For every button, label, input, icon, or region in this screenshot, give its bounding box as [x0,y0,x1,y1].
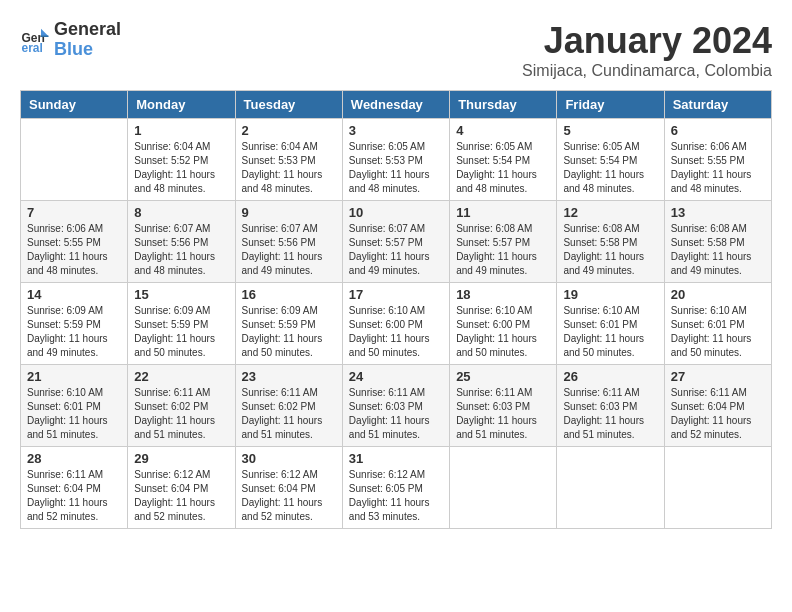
day-info: Sunrise: 6:04 AM Sunset: 5:53 PM Dayligh… [242,140,336,196]
calendar-cell: 18Sunrise: 6:10 AM Sunset: 6:00 PM Dayli… [450,283,557,365]
day-number: 29 [134,451,228,466]
calendar-cell [664,447,771,529]
calendar-cell: 16Sunrise: 6:09 AM Sunset: 5:59 PM Dayli… [235,283,342,365]
calendar-cell: 10Sunrise: 6:07 AM Sunset: 5:57 PM Dayli… [342,201,449,283]
day-info: Sunrise: 6:11 AM Sunset: 6:03 PM Dayligh… [456,386,550,442]
calendar-cell: 26Sunrise: 6:11 AM Sunset: 6:03 PM Dayli… [557,365,664,447]
day-number: 12 [563,205,657,220]
day-info: Sunrise: 6:11 AM Sunset: 6:03 PM Dayligh… [563,386,657,442]
day-number: 25 [456,369,550,384]
column-header-monday: Monday [128,91,235,119]
calendar-cell: 9Sunrise: 6:07 AM Sunset: 5:56 PM Daylig… [235,201,342,283]
day-number: 13 [671,205,765,220]
day-info: Sunrise: 6:05 AM Sunset: 5:53 PM Dayligh… [349,140,443,196]
day-number: 18 [456,287,550,302]
day-number: 19 [563,287,657,302]
day-number: 15 [134,287,228,302]
calendar-cell: 6Sunrise: 6:06 AM Sunset: 5:55 PM Daylig… [664,119,771,201]
day-info: Sunrise: 6:05 AM Sunset: 5:54 PM Dayligh… [563,140,657,196]
calendar-cell: 15Sunrise: 6:09 AM Sunset: 5:59 PM Dayli… [128,283,235,365]
logo-text-blue: Blue [54,40,121,60]
column-header-thursday: Thursday [450,91,557,119]
calendar-cell: 28Sunrise: 6:11 AM Sunset: 6:04 PM Dayli… [21,447,128,529]
day-info: Sunrise: 6:09 AM Sunset: 5:59 PM Dayligh… [134,304,228,360]
week-row-5: 28Sunrise: 6:11 AM Sunset: 6:04 PM Dayli… [21,447,772,529]
svg-text:eral: eral [22,41,43,55]
calendar-cell: 22Sunrise: 6:11 AM Sunset: 6:02 PM Dayli… [128,365,235,447]
day-number: 24 [349,369,443,384]
day-number: 21 [27,369,121,384]
calendar-cell: 24Sunrise: 6:11 AM Sunset: 6:03 PM Dayli… [342,365,449,447]
week-row-4: 21Sunrise: 6:10 AM Sunset: 6:01 PM Dayli… [21,365,772,447]
calendar-cell: 23Sunrise: 6:11 AM Sunset: 6:02 PM Dayli… [235,365,342,447]
title-section: January 2024 Simijaca, Cundinamarca, Col… [522,20,772,80]
day-number: 6 [671,123,765,138]
day-number: 16 [242,287,336,302]
logo-text-general: General [54,20,121,40]
logo-icon: Gen eral [20,25,50,55]
day-info: Sunrise: 6:10 AM Sunset: 6:01 PM Dayligh… [671,304,765,360]
day-number: 7 [27,205,121,220]
day-number: 20 [671,287,765,302]
day-info: Sunrise: 6:08 AM Sunset: 5:57 PM Dayligh… [456,222,550,278]
calendar-cell: 8Sunrise: 6:07 AM Sunset: 5:56 PM Daylig… [128,201,235,283]
day-number: 27 [671,369,765,384]
day-number: 17 [349,287,443,302]
calendar-cell [557,447,664,529]
day-info: Sunrise: 6:04 AM Sunset: 5:52 PM Dayligh… [134,140,228,196]
day-number: 23 [242,369,336,384]
page-header: Gen eral General Blue January 2024 Simij… [20,20,772,80]
calendar-cell: 1Sunrise: 6:04 AM Sunset: 5:52 PM Daylig… [128,119,235,201]
calendar-cell: 27Sunrise: 6:11 AM Sunset: 6:04 PM Dayli… [664,365,771,447]
day-number: 9 [242,205,336,220]
calendar-cell: 4Sunrise: 6:05 AM Sunset: 5:54 PM Daylig… [450,119,557,201]
day-number: 30 [242,451,336,466]
column-header-wednesday: Wednesday [342,91,449,119]
calendar-cell: 14Sunrise: 6:09 AM Sunset: 5:59 PM Dayli… [21,283,128,365]
calendar-cell: 17Sunrise: 6:10 AM Sunset: 6:00 PM Dayli… [342,283,449,365]
calendar-cell: 2Sunrise: 6:04 AM Sunset: 5:53 PM Daylig… [235,119,342,201]
day-number: 28 [27,451,121,466]
calendar-subtitle: Simijaca, Cundinamarca, Colombia [522,62,772,80]
day-info: Sunrise: 6:09 AM Sunset: 5:59 PM Dayligh… [27,304,121,360]
calendar-cell [21,119,128,201]
day-number: 10 [349,205,443,220]
day-info: Sunrise: 6:11 AM Sunset: 6:04 PM Dayligh… [27,468,121,524]
day-info: Sunrise: 6:10 AM Sunset: 6:00 PM Dayligh… [456,304,550,360]
day-number: 31 [349,451,443,466]
calendar-cell: 21Sunrise: 6:10 AM Sunset: 6:01 PM Dayli… [21,365,128,447]
day-info: Sunrise: 6:05 AM Sunset: 5:54 PM Dayligh… [456,140,550,196]
day-info: Sunrise: 6:12 AM Sunset: 6:05 PM Dayligh… [349,468,443,524]
logo: Gen eral General Blue [20,20,121,60]
day-info: Sunrise: 6:08 AM Sunset: 5:58 PM Dayligh… [563,222,657,278]
calendar-cell: 30Sunrise: 6:12 AM Sunset: 6:04 PM Dayli… [235,447,342,529]
column-header-tuesday: Tuesday [235,91,342,119]
calendar-cell: 7Sunrise: 6:06 AM Sunset: 5:55 PM Daylig… [21,201,128,283]
column-header-saturday: Saturday [664,91,771,119]
column-header-sunday: Sunday [21,91,128,119]
calendar-cell: 3Sunrise: 6:05 AM Sunset: 5:53 PM Daylig… [342,119,449,201]
day-info: Sunrise: 6:07 AM Sunset: 5:56 PM Dayligh… [134,222,228,278]
calendar-cell [450,447,557,529]
day-info: Sunrise: 6:07 AM Sunset: 5:56 PM Dayligh… [242,222,336,278]
calendar-cell: 20Sunrise: 6:10 AM Sunset: 6:01 PM Dayli… [664,283,771,365]
day-number: 2 [242,123,336,138]
calendar-cell: 19Sunrise: 6:10 AM Sunset: 6:01 PM Dayli… [557,283,664,365]
calendar-cell: 13Sunrise: 6:08 AM Sunset: 5:58 PM Dayli… [664,201,771,283]
day-info: Sunrise: 6:10 AM Sunset: 6:00 PM Dayligh… [349,304,443,360]
day-number: 5 [563,123,657,138]
calendar-cell: 12Sunrise: 6:08 AM Sunset: 5:58 PM Dayli… [557,201,664,283]
week-row-1: 1Sunrise: 6:04 AM Sunset: 5:52 PM Daylig… [21,119,772,201]
day-info: Sunrise: 6:10 AM Sunset: 6:01 PM Dayligh… [27,386,121,442]
day-number: 8 [134,205,228,220]
week-row-3: 14Sunrise: 6:09 AM Sunset: 5:59 PM Dayli… [21,283,772,365]
day-info: Sunrise: 6:08 AM Sunset: 5:58 PM Dayligh… [671,222,765,278]
day-info: Sunrise: 6:11 AM Sunset: 6:02 PM Dayligh… [134,386,228,442]
day-number: 1 [134,123,228,138]
day-number: 14 [27,287,121,302]
day-number: 4 [456,123,550,138]
calendar-cell: 25Sunrise: 6:11 AM Sunset: 6:03 PM Dayli… [450,365,557,447]
calendar-cell: 5Sunrise: 6:05 AM Sunset: 5:54 PM Daylig… [557,119,664,201]
day-number: 3 [349,123,443,138]
day-info: Sunrise: 6:10 AM Sunset: 6:01 PM Dayligh… [563,304,657,360]
